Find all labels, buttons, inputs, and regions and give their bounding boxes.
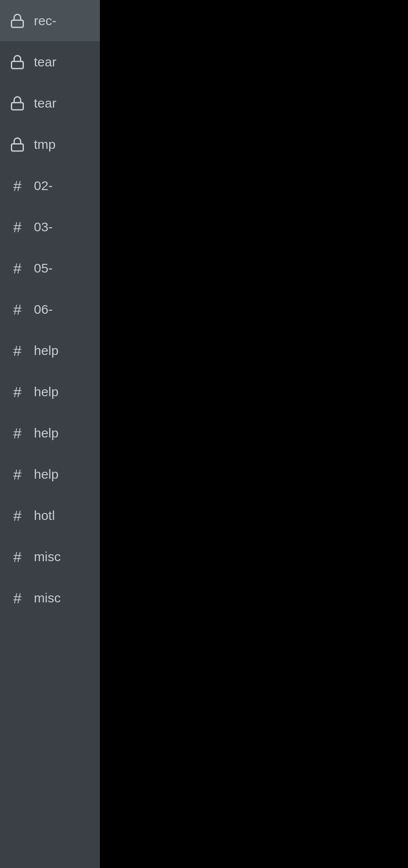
- sidebar-item-02[interactable]: #02-: [0, 165, 100, 206]
- sidebar-item-hotl[interactable]: #hotl: [0, 495, 100, 536]
- hash-icon: #: [9, 548, 26, 566]
- svg-rect-2: [12, 102, 23, 110]
- sidebar-item-label: misc: [34, 591, 61, 605]
- sidebar-item-label: 02-: [34, 178, 53, 193]
- sidebar-item-label: tear: [34, 55, 56, 69]
- main-content: [100, 0, 408, 868]
- sidebar-item-label: hotl: [34, 508, 55, 523]
- sidebar: rec- tear tear tmp#02-#03-#05-#06-#help#…: [0, 0, 100, 868]
- lock-icon: [9, 136, 26, 153]
- hash-icon: #: [9, 260, 26, 277]
- sidebar-item-team2[interactable]: tear: [0, 82, 100, 124]
- sidebar-item-help2[interactable]: #help: [0, 371, 100, 412]
- hash-icon: #: [9, 589, 26, 607]
- sidebar-item-label: help: [34, 467, 59, 482]
- sidebar-item-03[interactable]: #03-: [0, 206, 100, 247]
- hash-icon: #: [9, 301, 26, 318]
- sidebar-item-label: 05-: [34, 261, 53, 276]
- sidebar-item-tmp[interactable]: tmp: [0, 124, 100, 165]
- sidebar-item-rec[interactable]: rec-: [0, 0, 100, 41]
- hash-icon: #: [9, 424, 26, 442]
- sidebar-item-help4[interactable]: #help: [0, 454, 100, 495]
- sidebar-item-label: tear: [34, 96, 56, 111]
- sidebar-item-05[interactable]: #05-: [0, 247, 100, 289]
- hash-icon: #: [9, 218, 26, 236]
- sidebar-item-label: rec-: [34, 13, 56, 28]
- sidebar-item-label: help: [34, 385, 59, 399]
- svg-rect-0: [12, 20, 23, 27]
- sidebar-item-label: 03-: [34, 220, 53, 234]
- svg-rect-1: [12, 61, 23, 69]
- sidebar-item-misc1[interactable]: #misc: [0, 536, 100, 577]
- sidebar-item-06[interactable]: #06-: [0, 289, 100, 330]
- sidebar-item-label: tmp: [34, 137, 56, 152]
- sidebar-item-help1[interactable]: #help: [0, 330, 100, 371]
- hash-icon: #: [9, 342, 26, 359]
- lock-icon: [9, 53, 26, 71]
- sidebar-item-label: help: [34, 343, 59, 358]
- sidebar-item-team1[interactable]: tear: [0, 41, 100, 82]
- hash-icon: #: [9, 383, 26, 401]
- hash-icon: #: [9, 507, 26, 524]
- hash-icon: #: [9, 177, 26, 194]
- sidebar-item-help3[interactable]: #help: [0, 412, 100, 454]
- sidebar-item-label: help: [34, 426, 59, 441]
- sidebar-item-label: misc: [34, 549, 61, 564]
- lock-icon: [9, 12, 26, 30]
- sidebar-item-label: 06-: [34, 302, 53, 317]
- hash-icon: #: [9, 466, 26, 483]
- svg-rect-3: [12, 144, 23, 151]
- lock-icon: [9, 95, 26, 112]
- sidebar-item-misc2[interactable]: #misc: [0, 577, 100, 618]
